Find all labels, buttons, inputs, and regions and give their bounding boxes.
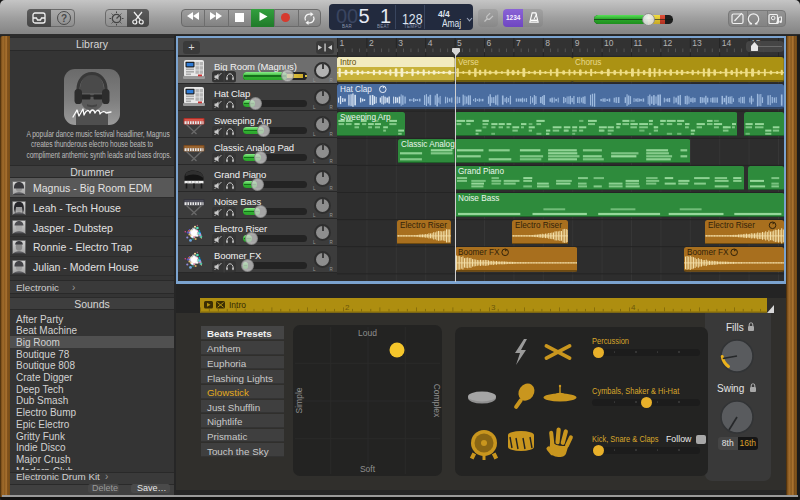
svg-text:12: 12 <box>663 38 673 48</box>
svg-text:6: 6 <box>487 38 492 48</box>
svg-text:5: 5 <box>457 38 462 48</box>
svg-text:1: 1 <box>340 38 345 48</box>
svg-text:Complex: Complex <box>432 384 442 418</box>
svg-text:Simple: Simple <box>294 387 304 413</box>
svg-text:Intro: Intro <box>340 58 357 67</box>
svg-text:7: 7 <box>516 38 521 48</box>
svg-text:Boomer FX: Boomer FX <box>458 248 500 257</box>
svg-text:Intro: Intro <box>229 300 246 310</box>
svg-text:Electro Riser: Electro Riser <box>515 221 562 230</box>
svg-text:13: 13 <box>692 38 702 48</box>
svg-text:3: 3 <box>491 303 496 312</box>
svg-text:Soft: Soft <box>360 464 376 474</box>
svg-text:2: 2 <box>369 38 374 48</box>
svg-text:Grand Piano: Grand Piano <box>458 167 504 176</box>
svg-text:4: 4 <box>631 303 636 312</box>
svg-text:8: 8 <box>545 38 550 48</box>
svg-text:Sweeping Arp: Sweeping Arp <box>340 113 391 122</box>
svg-text:3: 3 <box>398 38 403 48</box>
svg-text:Chorus: Chorus <box>575 58 601 67</box>
svg-text:Boomer FX: Boomer FX <box>687 248 729 257</box>
svg-text:2: 2 <box>345 303 350 312</box>
svg-text:Noise Bass: Noise Bass <box>458 194 499 203</box>
svg-text:14: 14 <box>722 38 732 48</box>
svg-text:Classic Analog Pad: Classic Analog Pad <box>401 140 455 149</box>
svg-text:Electro Riser: Electro Riser <box>708 221 755 230</box>
svg-text:11: 11 <box>634 38 643 48</box>
svg-text:9: 9 <box>575 38 580 48</box>
svg-text:Loud: Loud <box>358 328 377 338</box>
svg-text:Verse: Verse <box>458 58 479 67</box>
svg-text:10: 10 <box>604 38 614 48</box>
svg-text:Electro Riser: Electro Riser <box>400 221 447 230</box>
svg-text:4: 4 <box>428 38 433 48</box>
svg-text:Hat Clap: Hat Clap <box>340 85 372 94</box>
